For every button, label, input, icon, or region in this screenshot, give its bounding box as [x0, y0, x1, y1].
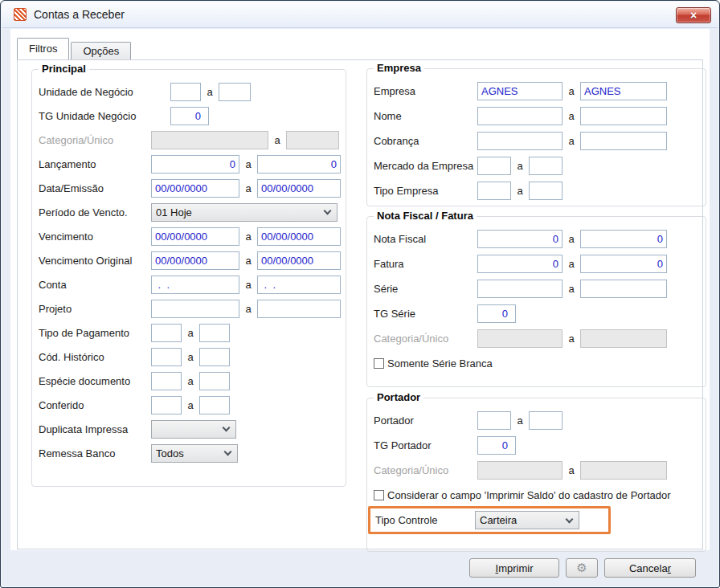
range-separator: a: [243, 279, 254, 291]
tg-unidade-negocio-input[interactable]: [170, 107, 209, 125]
cod-historico-from-input[interactable]: [151, 348, 182, 366]
range-separator: a: [566, 110, 577, 122]
data-emissao-to-input[interactable]: [257, 179, 341, 198]
portador-to-input[interactable]: [529, 411, 562, 430]
projeto-label: Projeto: [39, 303, 151, 315]
unidade-negocio-from-input[interactable]: [170, 83, 201, 101]
tipo-empresa-to-input[interactable]: [529, 182, 562, 200]
titlebar: Contas a Receber ×: [2, 2, 718, 28]
periodo-vencto-select[interactable]: 01 Hoje: [151, 203, 338, 222]
fatura-to-input[interactable]: [580, 255, 667, 273]
cancelar-label: Cancela: [629, 562, 668, 574]
fatura-label: Fatura: [374, 258, 477, 270]
lancamento-from-input[interactable]: [151, 155, 239, 174]
nome-to-input[interactable]: [580, 107, 667, 125]
tab-bar: Filtros Opções: [17, 38, 131, 59]
serie-from-input[interactable]: [477, 280, 562, 298]
group-principal: Principal Unidade de Negócio a TG Unidad…: [31, 69, 346, 487]
mercado-empresa-from-input[interactable]: [477, 157, 511, 175]
tg-portador-input[interactable]: [477, 436, 516, 455]
tipo-empresa-label: Tipo Empresa: [374, 185, 477, 197]
empresa-to-input[interactable]: [580, 82, 667, 100]
categoria-unico-portador-to-input: [580, 461, 667, 480]
fatura-from-input[interactable]: [477, 255, 562, 273]
range-separator: a: [243, 255, 254, 267]
range-separator: a: [185, 327, 196, 339]
mercado-empresa-to-input[interactable]: [529, 157, 562, 175]
field-row: Categoria/Único a: [374, 326, 699, 351]
field-row: TG Portador: [374, 433, 699, 458]
projeto-to-input[interactable]: [257, 300, 341, 318]
tipo-empresa-from-input[interactable]: [477, 182, 511, 200]
nota-fiscal-from-input[interactable]: [477, 230, 562, 248]
tipo-pagamento-to-input[interactable]: [199, 324, 230, 342]
close-button[interactable]: ×: [676, 7, 711, 23]
categoria-unico-nota-from-input: [477, 329, 562, 348]
tg-portador-label: TG Portador: [374, 439, 477, 451]
considerar-imprimir-saldo-label: Considerar o campo 'Imprimir Saldo' do c…: [387, 489, 671, 501]
vencimento-original-to-input[interactable]: [257, 251, 341, 270]
imprimir-button[interactable]: Imprimir: [469, 558, 559, 578]
portador-from-input[interactable]: [477, 411, 511, 430]
cobranca-to-input[interactable]: [580, 132, 667, 150]
especie-documento-from-input[interactable]: [151, 372, 182, 390]
lancamento-to-input[interactable]: [257, 155, 341, 174]
duplicata-impressa-label: Duplicata Impressa: [39, 423, 151, 435]
range-separator: a: [185, 399, 196, 411]
range-separator: a: [514, 160, 526, 172]
group-nota-fiscal-title: Nota Fiscal / Fatura: [374, 210, 477, 222]
cancelar-button[interactable]: Cancelar: [604, 558, 696, 578]
nota-fiscal-label: Nota Fiscal: [374, 233, 477, 245]
projeto-from-input[interactable]: [151, 300, 239, 318]
checkbox-row: Somente Série Branca: [374, 351, 699, 376]
serie-label: Série: [374, 283, 477, 295]
duplicata-impressa-select[interactable]: [151, 420, 236, 439]
button-bar: Imprimir ⚙ Cancelar: [1, 550, 719, 587]
field-row: Conferido a: [39, 393, 339, 417]
tab-filtros[interactable]: Filtros: [17, 38, 69, 59]
periodo-vencto-label: Período de Vencto.: [39, 206, 151, 218]
field-row: Lançamento a: [39, 152, 339, 176]
serie-to-input[interactable]: [580, 280, 667, 298]
vencimento-original-from-input[interactable]: [151, 251, 239, 270]
field-row: Tipo de Pagamento a: [39, 321, 339, 345]
field-row: Nome a: [374, 104, 699, 129]
conferido-from-input[interactable]: [151, 396, 182, 414]
conta-label: Conta: [39, 279, 151, 291]
especie-documento-to-input[interactable]: [199, 372, 230, 390]
field-row: Categoria/Único a: [39, 128, 339, 152]
categoria-unico-portador-label: Categoria/Único: [374, 464, 477, 476]
range-separator: a: [243, 158, 254, 170]
conferido-to-input[interactable]: [199, 396, 230, 414]
conta-from-input[interactable]: [151, 276, 239, 294]
tipo-pagamento-from-input[interactable]: [151, 324, 182, 342]
empresa-label: Empresa: [374, 85, 477, 97]
tab-opcoes[interactable]: Opções: [71, 42, 131, 59]
considerar-imprimir-saldo-checkbox[interactable]: [374, 490, 384, 500]
group-empresa-title: Empresa: [374, 62, 424, 74]
cobranca-from-input[interactable]: [477, 132, 562, 150]
nota-fiscal-to-input[interactable]: [580, 230, 667, 248]
mercado-empresa-label: Mercado da Empresa: [374, 160, 477, 172]
field-row: Vencimento Original a: [39, 248, 339, 272]
categoria-unico-nota-to-input: [580, 329, 667, 348]
somente-serie-branca-checkbox[interactable]: [374, 358, 384, 369]
unidade-negocio-to-input[interactable]: [219, 83, 251, 101]
field-row: Tipo Controle Carteira: [374, 508, 699, 533]
vencimento-to-input[interactable]: [257, 227, 341, 246]
conta-to-input[interactable]: [257, 276, 341, 294]
data-emissao-from-input[interactable]: [151, 179, 239, 198]
field-row: TG Série: [374, 301, 699, 326]
settings-button[interactable]: ⚙: [566, 558, 598, 578]
cod-historico-to-input[interactable]: [199, 348, 230, 366]
nome-from-input[interactable]: [477, 107, 562, 125]
tipo-controle-select[interactable]: Carteira: [475, 511, 579, 529]
tg-serie-input[interactable]: [477, 304, 516, 323]
remessa-banco-select[interactable]: Todos: [151, 444, 238, 463]
contas-a-receber-dialog: Contas a Receber × Filtros Opções Princi…: [0, 0, 720, 588]
vencimento-from-input[interactable]: [151, 227, 239, 246]
field-row: Portador a: [374, 408, 699, 433]
range-separator: a: [243, 303, 254, 315]
periodo-vencto-value: 01 Hoje: [152, 206, 192, 218]
empresa-from-input[interactable]: [477, 82, 562, 100]
